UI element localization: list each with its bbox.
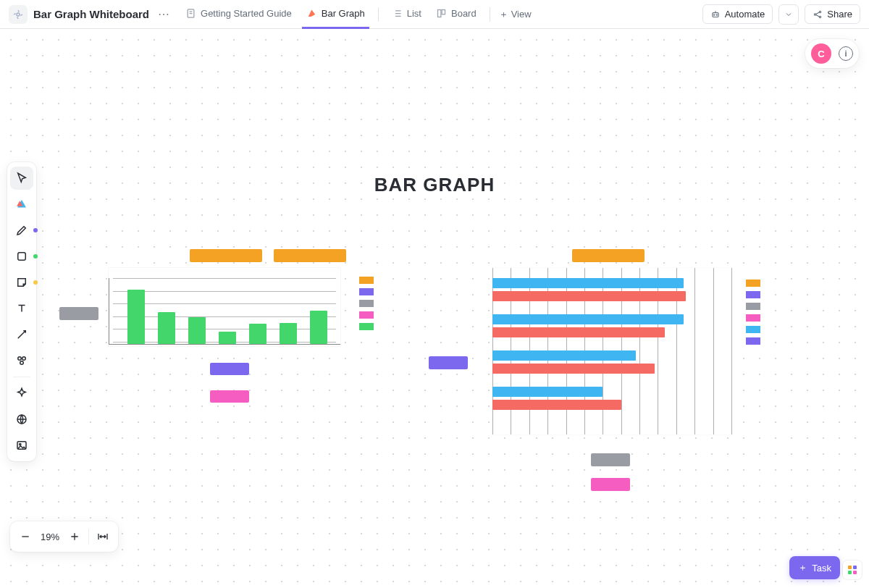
new-task-button[interactable]: ＋ Task: [789, 556, 840, 579]
tab-bar-graph[interactable]: Bar Graph: [302, 0, 369, 29]
bar[interactable]: [492, 350, 636, 361]
x-axis: [109, 344, 340, 345]
tab-label: Bar Graph: [322, 8, 365, 19]
bar[interactable]: [492, 400, 621, 410]
chart1-header-ph-2[interactable]: [274, 249, 346, 262]
legend-swatch[interactable]: [359, 323, 374, 330]
svg-point-8: [820, 11, 821, 12]
automate-button[interactable]: Automate: [702, 4, 773, 24]
select-tool[interactable]: [10, 167, 33, 190]
connector-tool[interactable]: [10, 323, 33, 346]
chart1-header-ph-1[interactable]: [190, 249, 262, 262]
bar[interactable]: [492, 327, 665, 337]
bar[interactable]: [219, 332, 236, 344]
chart2-bottom-ph-2[interactable]: [591, 478, 630, 491]
legend-swatch[interactable]: [746, 314, 760, 322]
legend-swatch[interactable]: [359, 311, 374, 319]
apps-button[interactable]: [843, 560, 862, 579]
tab-list[interactable]: List: [387, 0, 426, 29]
more-shapes-tool[interactable]: [10, 349, 33, 372]
chart1-legend[interactable]: [355, 271, 378, 336]
whiteboard-title[interactable]: BAR GRAPH: [374, 174, 495, 196]
automate-label: Automate: [725, 9, 765, 20]
gridline: [113, 303, 336, 304]
fit-width-button[interactable]: [92, 526, 114, 547]
legend-swatch[interactable]: [746, 291, 760, 298]
bar[interactable]: [127, 290, 145, 344]
whiteboard-canvas[interactable]: BAR GRAPH: [0, 29, 869, 588]
chart1-xlabel-ph-1[interactable]: [210, 363, 249, 375]
legend-swatch[interactable]: [359, 288, 374, 295]
hand-shape-tool[interactable]: [10, 193, 33, 216]
y-axis: [109, 278, 109, 345]
web-tool[interactable]: [10, 408, 33, 431]
bar[interactable]: [280, 323, 297, 344]
top-bar: Bar Graph Whiteboard ⋯ Getting Started G…: [0, 0, 869, 29]
avatar[interactable]: C: [811, 43, 831, 64]
chart2-ylabel-ph[interactable]: [429, 356, 468, 369]
vertical-bar-chart[interactable]: [109, 268, 340, 346]
chart2-legend[interactable]: [742, 274, 765, 350]
ai-tool[interactable]: [10, 382, 33, 405]
share-icon: [813, 9, 823, 20]
tab-separator: [490, 7, 490, 22]
plus-icon: ＋: [798, 561, 807, 574]
bar[interactable]: [492, 314, 684, 324]
tab-getting-started[interactable]: Getting Started Guide: [181, 0, 296, 29]
view-tabs: Getting Started Guide Bar Graph List Boa…: [181, 0, 532, 29]
gridline: [713, 268, 714, 434]
zoom-out-button[interactable]: [14, 526, 36, 547]
more-icon[interactable]: ⋯: [155, 7, 172, 21]
bar[interactable]: [158, 312, 175, 344]
bar[interactable]: [492, 364, 655, 374]
add-view-button[interactable]: ＋ View: [499, 8, 532, 21]
svg-point-16: [20, 443, 21, 445]
bar[interactable]: [492, 278, 684, 288]
zoom-in-button[interactable]: [64, 526, 85, 547]
gridline: [113, 316, 336, 317]
legend-swatch[interactable]: [746, 326, 760, 333]
board-icon: [436, 8, 447, 19]
share-button[interactable]: Share: [805, 4, 860, 24]
svg-point-9: [820, 16, 821, 17]
automate-dropdown[interactable]: [778, 4, 799, 25]
info-icon[interactable]: i: [839, 46, 853, 61]
zoom-control: 19%: [10, 521, 118, 552]
tab-label: List: [407, 8, 421, 19]
chart1-ylabel-ph[interactable]: [59, 307, 98, 320]
svg-point-6: [716, 14, 717, 15]
bar[interactable]: [492, 387, 603, 397]
tab-board[interactable]: Board: [432, 0, 481, 29]
gridline: [113, 291, 336, 292]
zoom-value[interactable]: 19%: [36, 532, 64, 542]
legend-swatch[interactable]: [359, 300, 374, 307]
toolbar-separator: [13, 377, 30, 377]
app-title: Bar Graph Whiteboard: [33, 8, 149, 20]
chart2-header-ph[interactable]: [572, 249, 645, 262]
text-tool[interactable]: [10, 297, 33, 320]
legend-swatch[interactable]: [746, 303, 760, 310]
plus-icon: ＋: [499, 8, 508, 21]
tab-separator: [378, 7, 379, 22]
chart1-xlabel-ph-2[interactable]: [210, 390, 249, 403]
svg-point-7: [815, 13, 816, 14]
pen-tool[interactable]: [10, 219, 33, 242]
sticky-note-tool[interactable]: [10, 271, 33, 294]
shape-tool[interactable]: [10, 245, 33, 268]
gridline: [113, 278, 336, 279]
legend-swatch[interactable]: [746, 337, 760, 345]
chart2-bottom-ph-1[interactable]: [591, 453, 630, 466]
bar[interactable]: [492, 291, 686, 301]
bar[interactable]: [310, 311, 327, 344]
bar[interactable]: [188, 317, 206, 344]
bar[interactable]: [249, 324, 266, 344]
legend-swatch[interactable]: [359, 277, 374, 284]
horizontal-bar-chart[interactable]: [492, 268, 731, 434]
svg-point-5: [713, 14, 714, 15]
tab-label: Getting Started Guide: [201, 8, 292, 19]
svg-rect-10: [18, 253, 26, 261]
svg-rect-2: [437, 10, 440, 17]
image-tool[interactable]: [10, 434, 33, 457]
svg-point-12: [22, 357, 26, 361]
legend-swatch[interactable]: [746, 280, 760, 287]
